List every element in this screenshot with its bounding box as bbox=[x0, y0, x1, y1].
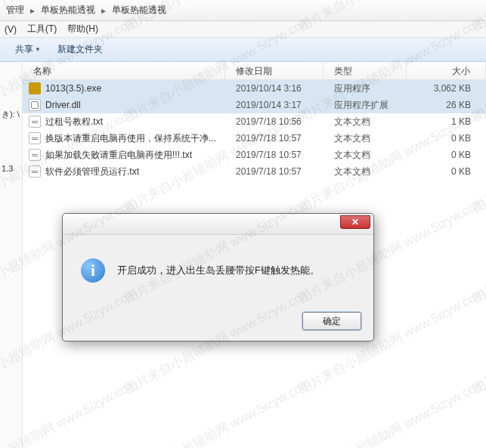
file-size: 0 KB bbox=[407, 166, 486, 177]
tree-node[interactable]: 1.3 bbox=[0, 161, 22, 176]
txt-icon bbox=[29, 116, 41, 128]
toolbar: 共享 ▼ 新建文件夹 bbox=[0, 38, 486, 62]
header-type[interactable]: 类型 bbox=[323, 62, 407, 79]
file-type: 应用程序扩展 bbox=[323, 99, 407, 112]
chevron-down-icon: ▼ bbox=[35, 46, 41, 53]
dll-icon bbox=[29, 99, 41, 111]
menu-tools[interactable]: 工具(T) bbox=[27, 23, 57, 36]
file-date: 2019/7/18 10:57 bbox=[225, 133, 323, 144]
file-row[interactable]: 换版本请重启电脑再使用，保持系统干净...2019/7/18 10:57文本文档… bbox=[23, 130, 486, 147]
txt-icon bbox=[29, 165, 41, 178]
file-type: 文本文档 bbox=[323, 165, 407, 178]
breadcrumb-seg[interactable]: 管理 bbox=[3, 4, 27, 17]
file-name: 软件必须管理员运行.txt bbox=[45, 165, 139, 178]
header-name[interactable]: 名称 bbox=[23, 62, 225, 79]
file-name: 换版本请重启电脑再使用，保持系统干净... bbox=[45, 132, 216, 145]
menu-help[interactable]: 帮助(H) bbox=[67, 23, 98, 36]
column-headers: 名称 修改日期 类型 大小 bbox=[23, 62, 486, 80]
file-type: 应用程序 bbox=[323, 82, 407, 95]
share-button[interactable]: 共享 ▼ bbox=[8, 40, 48, 59]
menu-view[interactable]: (V) bbox=[5, 24, 17, 35]
breadcrumb-seg[interactable]: 单板热能透视 bbox=[109, 4, 169, 17]
exe-icon bbox=[29, 82, 41, 94]
menu-bar: (V) 工具(T) 帮助(H) bbox=[0, 21, 486, 38]
file-type: 文本文档 bbox=[323, 116, 407, 128]
file-type: 文本文档 bbox=[323, 149, 407, 162]
file-size: 1 KB bbox=[407, 116, 486, 127]
file-size: 0 KB bbox=[407, 133, 486, 144]
chevron-right-icon: ▸ bbox=[98, 5, 109, 16]
breadcrumb-seg[interactable]: 单板热能透视 bbox=[38, 4, 98, 17]
file-date: 2019/10/14 3:17 bbox=[225, 100, 323, 110]
file-date: 2019/7/18 10:56 bbox=[225, 116, 323, 127]
file-size: 3,062 KB bbox=[407, 83, 486, 94]
file-date: 2019/7/18 10:57 bbox=[225, 166, 323, 177]
file-name: Driver.dll bbox=[45, 100, 81, 110]
file-name: 如果加载失败请重启电脑再使用!!!.txt bbox=[45, 149, 192, 162]
message-dialog: ✕ i 开启成功，进入出生岛丢腰带按F键触发热能。 确定 bbox=[62, 213, 374, 341]
share-label: 共享 bbox=[15, 43, 33, 56]
file-type: 文本文档 bbox=[323, 132, 407, 145]
new-folder-label: 新建文件夹 bbox=[57, 43, 103, 56]
txt-icon bbox=[29, 149, 41, 161]
close-button[interactable]: ✕ bbox=[340, 215, 370, 229]
dialog-message: 开启成功，进入出生岛丢腰带按F键触发热能。 bbox=[117, 264, 320, 277]
new-folder-button[interactable]: 新建文件夹 bbox=[50, 40, 110, 59]
dialog-titlebar[interactable]: ✕ bbox=[63, 214, 373, 235]
file-date: 2019/7/18 10:57 bbox=[225, 150, 323, 160]
close-icon: ✕ bbox=[351, 217, 359, 227]
file-row[interactable]: Driver.dll2019/10/14 3:17应用程序扩展26 KB bbox=[23, 97, 486, 113]
file-row[interactable]: 过租号教程.txt2019/7/18 10:56文本文档1 KB bbox=[23, 113, 486, 130]
file-row[interactable]: 如果加载失败请重启电脑再使用!!!.txt2019/7/18 10:57文本文档… bbox=[23, 147, 486, 163]
file-date: 2019/10/14 3:16 bbox=[225, 83, 323, 94]
header-date[interactable]: 修改日期 bbox=[225, 62, 323, 79]
header-size[interactable]: 大小 bbox=[407, 62, 486, 79]
ok-button[interactable]: 确定 bbox=[302, 312, 361, 330]
file-size: 26 KB bbox=[407, 100, 486, 110]
txt-icon bbox=[29, 132, 41, 144]
tree-node[interactable]: き): \ bbox=[0, 106, 22, 123]
chevron-right-icon: ▸ bbox=[27, 5, 38, 16]
breadcrumb[interactable]: 管理 ▸ 单板热能透视 ▸ 单板热能透视 bbox=[0, 0, 486, 21]
file-row[interactable]: 软件必须管理员运行.txt2019/7/18 10:57文本文档0 KB bbox=[23, 163, 486, 180]
file-size: 0 KB bbox=[407, 150, 486, 160]
file-name: 过租号教程.txt bbox=[45, 116, 103, 128]
file-row[interactable]: 1013(3.5).exe2019/10/14 3:16应用程序3,062 KB bbox=[23, 80, 486, 97]
sidebar: き): \ 1.3 bbox=[0, 62, 23, 448]
file-name: 1013(3.5).exe bbox=[45, 83, 101, 94]
info-icon: i bbox=[81, 258, 105, 283]
